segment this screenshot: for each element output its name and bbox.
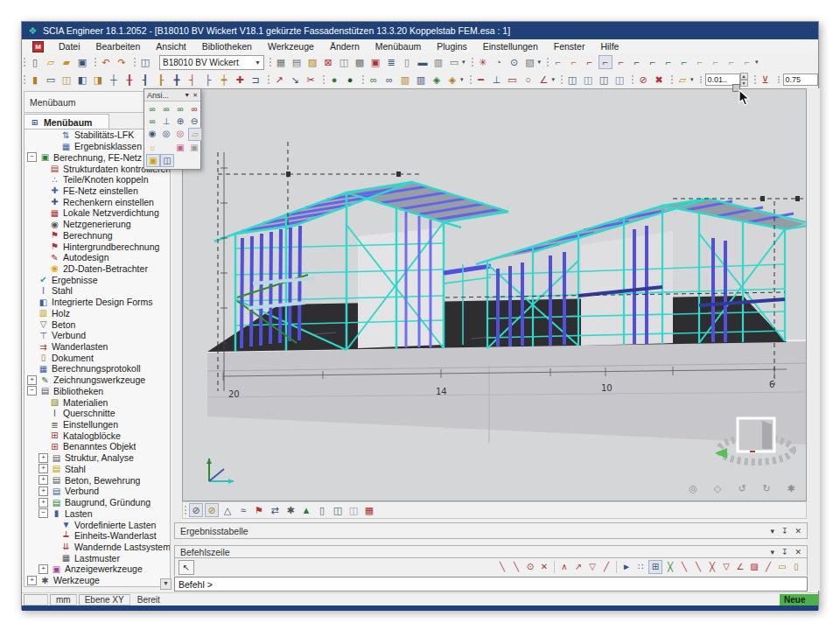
wall-icon[interactable]: ◨ [91, 73, 105, 87]
tree-item-beton[interactable]: ▽Beton [24, 318, 170, 330]
symbol-scale-value[interactable]: 0.75 [783, 74, 818, 86]
tree-item-fe-netz-einstellen[interactable]: ✚FE-Netz einstellen [24, 186, 170, 197]
menu-bibliotheken[interactable]: Bibliotheken [194, 41, 260, 52]
zoom-in-icon[interactable]: ⊕ [174, 116, 186, 127]
menu-fenster[interactable]: Fenster [546, 41, 593, 52]
view-corner-13-icon[interactable]: ⌐ [740, 55, 754, 69]
expand-icon[interactable]: + [27, 576, 37, 585]
erase-all-icon[interactable]: ✖ [652, 73, 666, 87]
snap-edge-icon[interactable]: ╱ [600, 560, 612, 574]
column-icon[interactable]: ▮ [28, 73, 42, 87]
result-table-icon[interactable]: ▦ [362, 503, 376, 517]
doc-view-icon[interactable]: ▯ [315, 503, 329, 517]
open-library-icon[interactable]: ▱ [676, 73, 690, 87]
tree-item-wanderlasten[interactable]: ⇉Wanderlasten [24, 341, 170, 353]
view-settings-icon[interactable]: ✱ [784, 481, 798, 495]
tree-item-wandernde-lastsysteme[interactable]: ⇊Wandernde Lastsysteme [24, 542, 170, 553]
project-settings-icon[interactable]: ▦ [274, 55, 288, 69]
zoom-all-icon[interactable]: ◎ [160, 128, 172, 139]
print-icon[interactable]: ▤ [290, 55, 304, 69]
snap-direction-icon[interactable]: ↗ [572, 560, 584, 574]
draw-circle-icon[interactable]: ○ [522, 73, 536, 87]
menu-hilfe[interactable]: Hilfe [592, 41, 626, 52]
tree-item-benanntes-objekt[interactable]: ⊞Benanntes Objekt [24, 441, 170, 452]
pin-icon[interactable]: ↧ [781, 548, 788, 556]
project-combobox[interactable]: B18010 BV Wickert ▼ [159, 55, 264, 70]
tree-item-netzgenerierung[interactable]: ◉Netzgenerierung [24, 219, 170, 230]
tree-item-lasten[interactable]: −▮Lasten [24, 508, 170, 519]
rib-icon[interactable]: ├ [201, 73, 215, 87]
snap-k7-icon[interactable]: ╱ [762, 560, 774, 574]
status-action-button[interactable]: Neue [780, 594, 818, 606]
snap-k2-icon[interactable]: ╲ [692, 560, 704, 574]
snap-line-icon[interactable]: ╲ [496, 560, 508, 574]
tree-item-werkzeuge[interactable]: +✱Werkzeuge [24, 575, 170, 586]
expand-icon[interactable]: + [38, 453, 48, 463]
haunch-icon[interactable]: ┤ [186, 73, 200, 87]
spin-down-icon[interactable]: ▼ [740, 80, 748, 87]
node-icon[interactable]: ✚ [233, 73, 247, 87]
tree-item-querschnitte[interactable]: ⅠQuerschnitte [24, 408, 170, 419]
tree-item-struktur-analyse[interactable]: +▤Struktur, Analyse [24, 452, 170, 464]
expand-icon[interactable]: + [38, 475, 48, 485]
tree-item-beton-bewehrung[interactable]: +▤Beton, Bewehrung [24, 474, 170, 486]
dropdown-arrow-icon[interactable]: ▾ [552, 76, 556, 83]
view-corner-8-icon[interactable]: ⌐ [662, 55, 676, 69]
plate-icon[interactable]: ◧ [75, 73, 89, 87]
title-bar[interactable]: ❖ SCIA Engineer 18.1.2052 - [B18010 BV W… [22, 22, 818, 39]
tree-item-einstellungen[interactable]: ≣Einstellungen [24, 419, 170, 430]
perpendicular-icon[interactable]: ⊥ [490, 73, 504, 87]
tree-item-2d-daten-betrachter[interactable]: ◉2D-Daten-Betrachter [24, 263, 170, 275]
snap-segment-icon[interactable]: ╲ [510, 560, 522, 574]
bracing-icon[interactable]: ╋ [170, 73, 184, 87]
close-icon[interactable]: ✕ [794, 527, 802, 536]
view-corner-5-icon[interactable]: ⌐ [614, 55, 628, 69]
view-axo-icon[interactable]: ∞ [188, 103, 200, 115]
dropdown-arrow-icon[interactable]: ▾ [460, 76, 464, 83]
opening-icon[interactable]: ┿ [217, 73, 231, 87]
workspace-layout-icon[interactable]: ◫ [138, 55, 152, 69]
snap-triangle-icon[interactable]: ▽ [586, 560, 598, 574]
cross-link-icon[interactable]: ┼ [107, 73, 121, 87]
tree-item-stahl[interactable]: ⅠStahl [24, 285, 170, 297]
load-display-icon[interactable]: ⚑ [252, 503, 266, 517]
tree-item-zeichnungswerkzeuge[interactable]: +✎Zeichnungswerkzeuge [24, 374, 170, 386]
tree-item-berechnung[interactable]: ⚑Berechnung [24, 229, 170, 241]
spin-up-icon[interactable]: ▲ [740, 73, 748, 80]
menu-einstellungen[interactable]: Einstellungen [475, 41, 546, 52]
tree-item-lastmuster[interactable]: ▦Lastmuster [24, 552, 170, 564]
select-cursor-icon[interactable]: ◔ [492, 55, 506, 69]
visible-all-icon[interactable]: ● [343, 73, 357, 87]
edit-geometry-icon[interactable]: ↘ [288, 73, 302, 87]
snap-k6-icon[interactable]: ▨ [748, 560, 760, 574]
snap-k5-icon[interactable]: ∠ [734, 560, 746, 574]
import-project-icon[interactable]: ▰ [60, 55, 74, 69]
snap-last-icon[interactable]: ▯ [790, 560, 802, 574]
toolbar-drag-handle[interactable] [732, 84, 740, 92]
tree-item-verbund[interactable]: ⊤Verbund [24, 330, 170, 341]
visible-on-icon[interactable]: ● [327, 73, 341, 87]
view-corner-4-icon[interactable]: ⌐ [598, 55, 612, 69]
menu-menubaum[interactable]: Menübaum [368, 41, 430, 52]
tree-item-materialien[interactable]: ▨Materialien [24, 396, 170, 408]
tree-item-rechenkern-einstellen[interactable]: ✚Rechenkern einstellen [24, 196, 170, 207]
zoom-select-icon[interactable]: ◎ [686, 481, 700, 495]
materials-icon[interactable]: ▨ [305, 55, 319, 69]
weld-icon[interactable]: ◈ [430, 73, 444, 87]
tree-item-hintergrundberechnung[interactable]: ⚑Hintergrundberechnung [24, 241, 170, 252]
picture-gallery-icon[interactable]: ▣ [368, 55, 382, 69]
snap-k1-icon[interactable]: ╲ [678, 560, 690, 574]
iso-view-icon[interactable]: ◇ [710, 481, 724, 495]
snap-ruler-icon[interactable]: ▭ [776, 560, 788, 574]
member-icon[interactable]: ◫ [60, 73, 74, 87]
connect-members-icon[interactable]: ▥ [398, 73, 412, 87]
collapse-icon[interactable]: − [27, 152, 37, 162]
expand-icon[interactable]: + [38, 498, 48, 508]
disconnect-icon[interactable]: ▥ [414, 73, 428, 87]
tree-item-ergebnisse[interactable]: ✔Ergebnisse [24, 274, 170, 285]
snap-delete-icon[interactable]: ✕ [538, 560, 550, 574]
draw-line-icon[interactable]: ━ [474, 73, 488, 87]
snap-endpoint-icon[interactable]: ∧ [558, 560, 570, 574]
view-palette-titlebar[interactable]: Ansi... ▼ ✕ [144, 89, 200, 102]
copy-icon[interactable]: ◫ [337, 55, 351, 69]
